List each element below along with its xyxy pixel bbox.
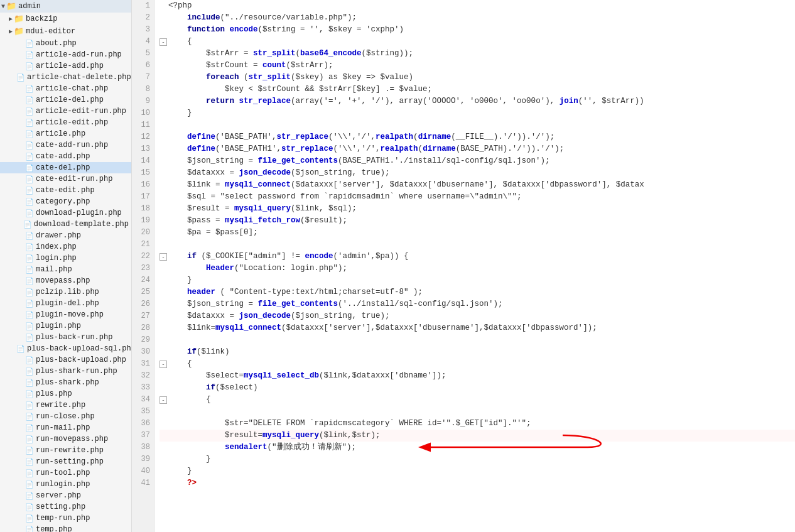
- code-text-24: }: [168, 274, 192, 286]
- sidebar-item-drawer_php[interactable]: 📄drawer.php: [0, 230, 131, 241]
- sidebar-item-run-tool_php[interactable]: 📄run-tool.php: [0, 467, 131, 479]
- sidebar-item-category_php[interactable]: 📄category.php: [0, 196, 131, 207]
- sidebar-item-temp_php[interactable]: 📄temp.php: [0, 524, 131, 532]
- code-text-33: if($select): [168, 382, 258, 394]
- sidebar-item-mail_php[interactable]: 📄mail.php: [0, 264, 131, 275]
- sidebar-item-admin[interactable]: ▼📁admin: [0, 0, 131, 13]
- sidebar-item-pclzip_lib.php[interactable]: 📄pclzip.lib.php: [0, 286, 131, 298]
- code-text-9: return str_replace(array('=', '+', '/'),…: [168, 95, 644, 107]
- sidebar-item-download-template_php[interactable]: 📄download-template.php: [0, 219, 131, 230]
- sidebar-item-runlogin_php[interactable]: 📄runlogin.php: [0, 479, 131, 490]
- sidebar-item-plus-shark_php[interactable]: 📄plus-shark.php: [0, 377, 131, 388]
- sidebar-item-mdui-editor[interactable]: ▶📁mdui-editor: [0, 25, 131, 38]
- sidebar-item-label: article-add.php: [36, 62, 104, 70]
- sidebar-item-rewrite_php[interactable]: 📄rewrite.php: [0, 399, 131, 411]
- sidebar-item-run-rewrite_php[interactable]: 📄run-rewrite.php: [0, 445, 131, 456]
- fold-button-22[interactable]: -: [160, 253, 167, 261]
- sidebar-item-temp-run_php[interactable]: 📄temp-run.php: [0, 513, 131, 524]
- file-icon: 📄: [25, 334, 34, 342]
- code-line-26: $json_string = file_get_contents('../ins…: [160, 298, 795, 310]
- code-line-8: $key < $strCount && $strArr[$key] .= $va…: [160, 84, 795, 95]
- line-number-10: 10: [132, 107, 150, 119]
- sidebar-item-label: plus.php: [36, 389, 72, 398]
- sidebar-item-download-plugin_php[interactable]: 📄download-plugin.php: [0, 207, 131, 219]
- sidebar-item-label: movepass.php: [36, 276, 90, 285]
- sidebar-item-login_php[interactable]: 📄login.php: [0, 252, 131, 264]
- file-icon: 📄: [25, 51, 34, 59]
- sidebar-item-plugin-del_php[interactable]: 📄plugin-del.php: [0, 298, 131, 309]
- sidebar-item-label: run-rewrite.php: [36, 446, 104, 455]
- code-text-23: Header("Location: login.php");: [168, 263, 347, 274]
- sidebar-item-run-close_php[interactable]: 📄run-close.php: [0, 411, 131, 422]
- sidebar-item-label: plus-shark-run.php: [36, 367, 117, 376]
- sidebar-item-article_php[interactable]: 📄article.php: [0, 128, 131, 139]
- code-line-40: }: [160, 465, 795, 477]
- sidebar-item-plus-back-upload_php[interactable]: 📄plus-back-upload.php: [0, 354, 131, 366]
- sidebar-item-label: plugin-del.php: [36, 299, 99, 308]
- sidebar-item-cate-edit-run_php[interactable]: 📄cate-edit-run.php: [0, 173, 131, 185]
- sidebar-item-run-mail_php[interactable]: 📄run-mail.php: [0, 422, 131, 433]
- sidebar-item-plus-back-run_php[interactable]: 📄plus-back-run.php: [0, 332, 131, 343]
- code-line-36: $str="DELETE FROM `rapidcmscategory` WHE…: [160, 418, 795, 430]
- code-line-4: - {: [160, 36, 795, 48]
- file-icon: 📄: [23, 220, 32, 229]
- sidebar-item-cate-add_php[interactable]: 📄cate-add.php: [0, 151, 131, 162]
- sidebar-item-article-edit-run_php[interactable]: 📄article-edit-run.php: [0, 106, 131, 117]
- code-line-18: $result = mysqli_query($link, $sql);: [160, 203, 795, 215]
- sidebar-item-label: run-mail.php: [36, 423, 90, 432]
- sidebar-item-label: cate-del.php: [36, 163, 90, 172]
- file-icon: 📄: [25, 40, 34, 48]
- line-numbers: 1234567891011121314151617181920212223242…: [132, 0, 154, 532]
- sidebar-item-article-chat_php[interactable]: 📄article-chat.php: [0, 83, 131, 94]
- fold-button-31[interactable]: -: [160, 361, 167, 368]
- file-icon: 📄: [25, 480, 34, 489]
- code-text-28: $link=mysqli_connect($dataxxx['server'],…: [168, 322, 597, 334]
- sidebar-item-run-movepass_php[interactable]: 📄run-movepass.php: [0, 433, 131, 445]
- file-icon: 📄: [25, 288, 34, 296]
- sidebar-item-run-setting_php[interactable]: 📄run-setting.php: [0, 456, 131, 467]
- sidebar-item-about_php[interactable]: 📄about.php: [0, 38, 131, 49]
- sidebar-item-server_php[interactable]: 📄server.php: [0, 490, 131, 501]
- code-line-37: $result=mysqli_query($link,$str);: [160, 430, 795, 442]
- sidebar-item-setting_php[interactable]: 📄setting.php: [0, 501, 131, 513]
- code-text-39: }: [168, 453, 211, 465]
- sidebar-item-plus-shark-run_php[interactable]: 📄plus-shark-run.php: [0, 366, 131, 377]
- sidebar-item-label: plus-shark.php: [36, 378, 99, 387]
- sidebar-item-article-add-run_php[interactable]: 📄article-add-run.php: [0, 49, 131, 60]
- code-text-20: $pa = $pass[0];: [168, 227, 258, 239]
- file-icon: 📄: [25, 254, 34, 263]
- fold-button-34[interactable]: -: [160, 396, 167, 404]
- sidebar-item-article-chat-delete_php[interactable]: 📄article-chat-delete.php: [0, 72, 131, 83]
- sidebar-item-label: server.php: [36, 491, 81, 500]
- sidebar-item-article-edit_php[interactable]: 📄article-edit.php: [0, 117, 131, 128]
- sidebar-item-cate-del_php[interactable]: 📄cate-del.php: [0, 162, 131, 173]
- sidebar-item-plugin-move_php[interactable]: 📄plugin-move.php: [0, 309, 131, 320]
- file-icon: 📄: [25, 300, 34, 308]
- code-text-7: foreach (str_split($skey) as $key => $va…: [168, 72, 413, 84]
- line-number-3: 3: [132, 24, 150, 36]
- sidebar-item-label: login.php: [36, 254, 77, 263]
- sidebar-item-label: cate-add-run.php: [36, 141, 108, 149]
- code-text-2: include("../resource/variable.php");: [168, 12, 357, 24]
- sidebar-item-plus-back-upload-sql_php[interactable]: 📄plus-back-upload-sql.php: [0, 343, 131, 354]
- sidebar-item-plugin_php[interactable]: 📄plugin.php: [0, 320, 131, 332]
- code-text-38: sendalert("删除成功！请刷新");: [168, 442, 356, 453]
- sidebar-item-movepass_php[interactable]: 📄movepass.php: [0, 275, 131, 286]
- sidebar-item-cate-add-run_php[interactable]: 📄cate-add-run.php: [0, 139, 131, 151]
- fold-button-4[interactable]: -: [160, 38, 167, 46]
- sidebar-item-cate-edit_php[interactable]: 📄cate-edit.php: [0, 185, 131, 196]
- code-line-41: ?>: [160, 477, 795, 489]
- sidebar-item-label: plus-back-upload.php: [36, 356, 126, 364]
- line-number-23: 23: [132, 263, 150, 274]
- line-number-30: 30: [132, 346, 150, 358]
- sidebar-item-backzip[interactable]: ▶📁backzip: [0, 13, 131, 25]
- sidebar-item-label: about.php: [36, 39, 77, 48]
- code-text-19: $pass = mysqli_fetch_row($result);: [168, 215, 347, 227]
- sidebar-item-article-add_php[interactable]: 📄article-add.php: [0, 60, 131, 72]
- sidebar-item-label: mail.php: [36, 265, 72, 274]
- sidebar-item-plus_php[interactable]: 📄plus.php: [0, 388, 131, 399]
- sidebar-item-article-del_php[interactable]: 📄article-del.php: [0, 94, 131, 106]
- line-number-39: 39: [132, 453, 150, 465]
- sidebar-item-label: download-plugin.php: [36, 209, 122, 217]
- sidebar-item-index_php[interactable]: 📄index.php: [0, 241, 131, 252]
